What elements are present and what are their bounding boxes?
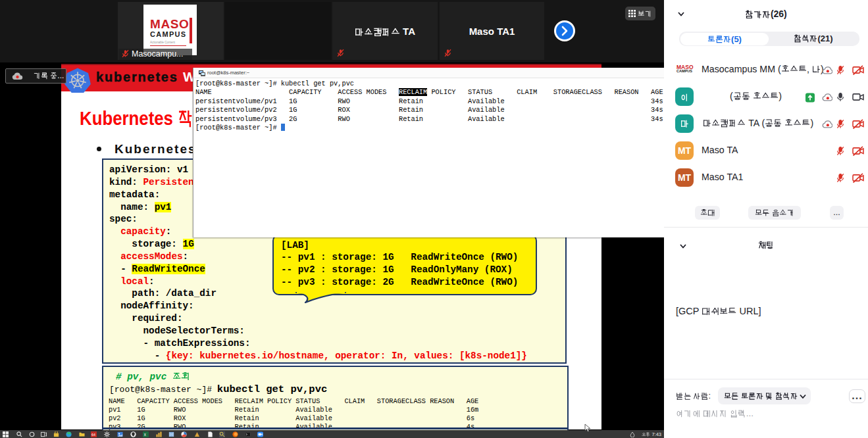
svg-text:64: 64 [91,432,95,436]
